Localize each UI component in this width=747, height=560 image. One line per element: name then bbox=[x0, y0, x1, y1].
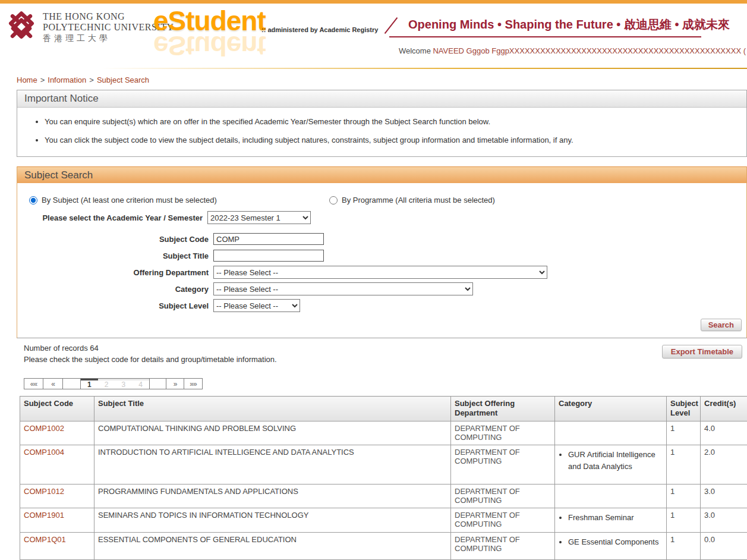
level-cell: 1 bbox=[667, 484, 701, 508]
breadcrumb-separator: > bbox=[37, 75, 48, 84]
subject-code-row: Subject Code bbox=[17, 232, 324, 246]
credits-cell: 0.0 bbox=[701, 532, 747, 559]
subject-search-panel: Subject Search By Subject (At least one … bbox=[17, 166, 747, 338]
col-header-offering-department: Subject Offering Department bbox=[451, 397, 555, 421]
subject-title-row: Subject Title bbox=[17, 248, 324, 263]
breadcrumb-separator: > bbox=[86, 75, 97, 84]
subject-search-title: Subject Search bbox=[17, 166, 746, 183]
polyu-logo-icon bbox=[5, 10, 38, 43]
tagline-block: Opening Minds • Shaping the Future • 啟迪思… bbox=[389, 17, 701, 37]
level-cell: 1 bbox=[667, 421, 701, 445]
subject-code-link[interactable]: COMP1012 bbox=[24, 487, 64, 496]
col-header-subject-title: Subject Title bbox=[94, 397, 451, 421]
department-cell: DEPARTMENT OF COMPUTING bbox=[451, 532, 555, 559]
search-mode-radio-row: By Subject (At least one criterion must … bbox=[29, 196, 730, 206]
category-cell: Freshman Seminar bbox=[555, 508, 667, 532]
welcome-line: Welcome NAVEED Gggob FggpXXXXXXXXXXXXXXX… bbox=[399, 46, 746, 55]
pagination-page-2[interactable]: 2 bbox=[98, 379, 115, 389]
site-header: THE HONG KONG POLYTECHNIC UNIVERSITY 香港理… bbox=[0, 4, 747, 62]
level-cell: 1 bbox=[667, 532, 701, 559]
category-cell: GUR Artificial Intelligence and Data Ana… bbox=[555, 445, 667, 484]
subject-code-link[interactable]: COMP1002 bbox=[24, 424, 64, 433]
subject-title-label: Subject Title bbox=[17, 251, 213, 260]
radio-by-programme[interactable]: By Programme (All criteria must be selec… bbox=[329, 196, 495, 205]
category-cell bbox=[555, 421, 667, 445]
subject-title-input[interactable] bbox=[213, 250, 324, 262]
pagination-last-button[interactable]: »» bbox=[184, 378, 203, 389]
subject-code-link[interactable]: COMP1901 bbox=[24, 511, 64, 520]
category-item: GUR Artificial Intelligence and Data Ana… bbox=[568, 449, 663, 473]
pagination-spacer bbox=[150, 378, 166, 389]
category-label: Category bbox=[17, 285, 213, 294]
department-cell: DEPARTMENT OF COMPUTING bbox=[451, 508, 555, 532]
offering-department-label: Offering Department bbox=[17, 268, 213, 277]
level-cell: 1 bbox=[667, 445, 701, 484]
table-row: COMP1Q01 ESSENTIAL COMPONENTS OF GENERAL… bbox=[20, 532, 747, 559]
pagination-pages: 1 2 3 4 bbox=[81, 378, 150, 389]
notice-bullet: You can enquire subject(s) which are on … bbox=[45, 117, 746, 126]
subject-code-label: Subject Code bbox=[17, 235, 213, 244]
page: THE HONG KONG POLYTECHNIC UNIVERSITY 香港理… bbox=[0, 0, 747, 560]
radio-by-subject-label: By Subject (At least one criterion must … bbox=[42, 196, 217, 205]
offering-department-select[interactable]: -- Please Select -- bbox=[213, 266, 547, 279]
pagination-prev-button[interactable]: « bbox=[43, 378, 63, 389]
department-cell: DEPARTMENT OF COMPUTING bbox=[451, 445, 555, 484]
category-row: Category -- Please Select -- bbox=[17, 282, 473, 296]
subject-title-cell: PROGRAMMING FUNDAMENTALS AND APPLICATION… bbox=[94, 484, 451, 508]
col-header-subject-code: Subject Code bbox=[20, 397, 94, 421]
table-row: COMP1002 COMPUTATIONAL THINKING AND PROB… bbox=[20, 421, 747, 445]
breadcrumb-subject-search-link[interactable]: Subject Search bbox=[97, 75, 149, 84]
tagline-underline bbox=[389, 36, 701, 37]
category-cell bbox=[555, 484, 667, 508]
welcome-username: NAVEED Gggob FggpXXXXXXXXXXXXXXXXXXXXXXX… bbox=[433, 46, 746, 55]
radio-by-programme-input[interactable] bbox=[329, 196, 338, 205]
pagination-page-3[interactable]: 3 bbox=[115, 379, 133, 389]
credits-cell: 3.0 bbox=[701, 484, 747, 508]
welcome-prefix: Welcome bbox=[399, 46, 433, 55]
col-header-credits: Credit(s) bbox=[701, 397, 747, 421]
estudent-wordmark: eStudent bbox=[153, 5, 266, 37]
subject-title-cell: COMPUTATIONAL THINKING AND PROBLEM SOLVI… bbox=[94, 421, 451, 445]
radio-by-subject-input[interactable] bbox=[29, 196, 37, 205]
table-row: COMP1901 SEMINARS AND TOPICS IN INFORMAT… bbox=[20, 508, 747, 532]
tagline-slash-decoration bbox=[384, 17, 398, 34]
records-count-text: Number of records 64 bbox=[24, 344, 99, 353]
breadcrumb-home-link[interactable]: Home bbox=[17, 75, 37, 84]
notice-bullet: You can click the subject code to view t… bbox=[45, 136, 746, 144]
radio-by-subject[interactable]: By Subject (At least one criterion must … bbox=[29, 196, 217, 205]
semester-row: Please select the Academic Year / Semest… bbox=[17, 210, 311, 225]
table-row: COMP1004 INTRODUCTION TO ARTIFICIAL INTE… bbox=[20, 445, 747, 484]
pagination-bar: «« « 1 2 3 4 » »» bbox=[24, 378, 203, 389]
department-cell: DEPARTMENT OF COMPUTING bbox=[451, 484, 555, 508]
col-header-category: Category bbox=[555, 397, 667, 421]
subject-code-input[interactable] bbox=[213, 233, 324, 245]
department-cell: DEPARTMENT OF COMPUTING bbox=[451, 421, 555, 445]
subject-code-link[interactable]: COMP1Q01 bbox=[24, 535, 66, 544]
subject-level-select[interactable]: -- Please Select -- bbox=[213, 299, 300, 312]
table-header-row: Subject Code Subject Title Subject Offer… bbox=[20, 397, 747, 421]
pagination-next-button[interactable]: » bbox=[166, 378, 184, 389]
breadcrumb: Home>Information>Subject Search bbox=[17, 75, 149, 84]
credits-cell: 4.0 bbox=[701, 421, 747, 445]
gold-divider-line bbox=[101, 68, 747, 69]
credits-cell: 3.0 bbox=[701, 508, 747, 532]
pagination-page-1[interactable]: 1 bbox=[81, 379, 98, 389]
category-select[interactable]: -- Please Select -- bbox=[213, 282, 473, 295]
semester-select[interactable]: 2022-23 Semester 1 bbox=[207, 211, 311, 224]
radio-by-programme-label: By Programme (All criteria must be selec… bbox=[342, 196, 495, 205]
col-header-subject-level: Subject Level bbox=[667, 397, 701, 421]
export-timetable-button[interactable]: Export Timetable bbox=[662, 345, 742, 358]
tagline-text: Opening Minds • Shaping the Future • 啟迪思… bbox=[408, 17, 701, 33]
offering-department-row: Offering Department -- Please Select -- bbox=[17, 265, 547, 279]
category-item: GE Essential Components bbox=[568, 536, 663, 548]
notice-bullet-list: You can enquire subject(s) which are on … bbox=[45, 117, 746, 144]
category-cell: GE Essential Components bbox=[555, 532, 667, 559]
breadcrumb-information-link[interactable]: Information bbox=[48, 75, 86, 84]
search-button[interactable]: Search bbox=[701, 319, 742, 331]
subject-code-link[interactable]: COMP1004 bbox=[24, 448, 64, 457]
category-item: Freshman Seminar bbox=[568, 512, 663, 524]
subject-title-cell: ESSENTIAL COMPONENTS OF GENERAL EDUCATIO… bbox=[94, 532, 451, 559]
level-cell: 1 bbox=[667, 508, 701, 532]
pagination-first-button[interactable]: «« bbox=[24, 378, 43, 389]
pagination-page-4[interactable]: 4 bbox=[132, 379, 149, 389]
